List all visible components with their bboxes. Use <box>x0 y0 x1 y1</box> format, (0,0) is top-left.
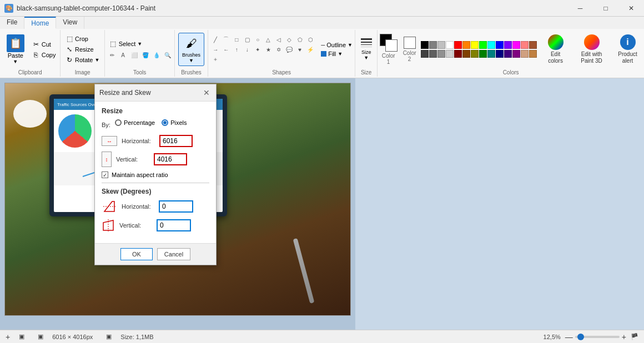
lightning-icon[interactable]: ⚡ <box>305 44 315 54</box>
fill-icon[interactable]: 🪣 <box>140 51 150 60</box>
swatch-3[interactable] <box>446 41 454 49</box>
swatch-14[interactable] <box>421 50 429 58</box>
swatch-17[interactable] <box>446 50 454 58</box>
star5-icon[interactable]: ★ <box>263 44 273 54</box>
swatch-9[interactable] <box>496 41 504 49</box>
percentage-radio[interactable]: Percentage <box>115 119 155 126</box>
skew-horizontal-input[interactable] <box>159 201 193 212</box>
star6-icon[interactable]: ✡ <box>274 44 284 54</box>
swatch-5[interactable] <box>462 41 470 49</box>
ok-button[interactable]: OK <box>120 248 153 260</box>
line-icon[interactable]: ╱ <box>210 34 220 44</box>
star4-icon[interactable]: ✦ <box>253 44 263 54</box>
curve-icon[interactable]: ⌒ <box>221 34 231 44</box>
add-icon: + <box>6 332 10 341</box>
canvas-area[interactable]: Traffic Sources Overview <box>0 78 355 330</box>
dialog-overlay: Resize and Skew ✕ Resize By: Percentage <box>0 78 355 330</box>
product-alert-button[interactable]: i Product alert <box>611 32 644 67</box>
rect-icon[interactable]: □ <box>232 34 242 44</box>
skew-horizontal-label: Horizontal: <box>122 203 155 210</box>
swatch-0[interactable] <box>421 41 429 49</box>
swatch-7[interactable] <box>479 41 487 49</box>
vertical-icon-container: ↕ <box>102 152 112 167</box>
eraser-icon[interactable]: ⬜ <box>129 51 139 60</box>
copy-button[interactable]: ⎘ Copy <box>30 50 58 60</box>
horizontal-resize-input[interactable] <box>159 135 193 147</box>
pixels-radio[interactable]: Pixels <box>162 119 187 126</box>
cut-button[interactable]: ✂ Cut <box>30 39 58 49</box>
edit-colors-button[interactable]: Edit colors <box>539 32 572 67</box>
size-button[interactable]: Size ▼ <box>359 36 374 63</box>
swatch-12[interactable] <box>521 41 529 49</box>
darrow-icon[interactable]: ↓ <box>242 44 252 54</box>
resize-button[interactable]: ⤡ Resize <box>63 44 102 54</box>
zoom-minus-button[interactable]: — <box>565 332 573 341</box>
dropper-icon[interactable]: 💧 <box>152 51 162 60</box>
swatch-8[interactable] <box>487 41 495 49</box>
swatch-1[interactable] <box>429 41 437 49</box>
triangle-icon[interactable]: △ <box>263 34 273 44</box>
callout-icon[interactable]: 💬 <box>284 44 294 54</box>
tab-home[interactable]: Home <box>24 17 56 29</box>
diamond-icon[interactable]: ◇ <box>284 34 294 44</box>
maintain-aspect-checkbox[interactable] <box>102 172 108 178</box>
outline-button[interactable]: ─ Outline ▼ <box>319 41 355 49</box>
fill-button[interactable]: Fill ▼ <box>319 50 355 58</box>
roundrect-icon[interactable]: ▢ <box>242 34 252 44</box>
swatch-27[interactable] <box>529 50 537 58</box>
pentagon-icon[interactable]: ⬠ <box>295 34 305 44</box>
tab-view[interactable]: View <box>56 17 84 29</box>
oval-icon[interactable]: ○ <box>253 34 263 44</box>
swatch-21[interactable] <box>479 50 487 58</box>
shapes-grid: ╱ ⌒ □ ▢ ○ △ ◁ ◇ ⬠ ⬡ → ← ↑ <box>208 33 318 65</box>
magnify-icon[interactable]: 🔍 <box>163 51 173 60</box>
swatch-26[interactable] <box>521 50 529 58</box>
plus-icon[interactable]: ＋ <box>210 54 220 64</box>
swatch-22[interactable] <box>487 50 495 58</box>
zoom-control[interactable]: — + <box>565 332 626 341</box>
swatch-4[interactable] <box>454 41 462 49</box>
skew-vertical-input[interactable] <box>157 220 190 231</box>
zoom-plus-button[interactable]: + <box>622 332 626 341</box>
maximize-button[interactable]: □ <box>593 0 618 17</box>
edit-paint3d-button[interactable]: Edit with Paint 3D <box>573 32 610 67</box>
hexagon-icon[interactable]: ⬡ <box>305 34 315 44</box>
swatch-15[interactable] <box>429 50 437 58</box>
swatch-10[interactable] <box>504 41 512 49</box>
rarrow-icon[interactable]: → <box>210 44 220 54</box>
swatch-23[interactable] <box>496 50 504 58</box>
color1-area[interactable]: Color 1 <box>378 32 400 67</box>
select-button[interactable]: ⬚ Select ▼ <box>107 39 173 49</box>
color2-area[interactable]: Color 2 <box>401 34 419 64</box>
minimize-button[interactable]: ─ <box>567 0 593 17</box>
cancel-button[interactable]: Cancel <box>157 248 190 260</box>
copy-icon: ⎘ <box>32 51 40 59</box>
swatch-11[interactable] <box>512 41 520 49</box>
rotate-button[interactable]: ↻ Rotate ▼ <box>63 55 102 65</box>
tab-file[interactable]: File <box>0 17 24 29</box>
swatch-2[interactable] <box>437 41 445 49</box>
swatch-6[interactable] <box>471 41 479 49</box>
pencil-icon[interactable]: ✏ <box>107 51 117 60</box>
heart-icon[interactable]: ♥ <box>295 44 305 54</box>
dialog-close-button[interactable]: ✕ <box>202 88 212 98</box>
larrow-icon[interactable]: ← <box>221 44 231 54</box>
uarrow-icon[interactable]: ↑ <box>232 44 242 54</box>
swatch-20[interactable] <box>471 50 479 58</box>
text-icon[interactable]: A <box>118 51 128 60</box>
swatch-18[interactable] <box>454 50 462 58</box>
vertical-resize-input[interactable] <box>154 153 187 165</box>
swatch-24[interactable] <box>504 50 512 58</box>
swatch-19[interactable] <box>462 50 470 58</box>
brushes-button[interactable]: 🖌 Brushes ▼ <box>178 33 204 66</box>
zoom-track[interactable] <box>575 336 620 338</box>
crop-button[interactable]: ⬚ Crop <box>63 34 102 44</box>
swatch-16[interactable] <box>437 50 445 58</box>
rtriangle-icon[interactable]: ◁ <box>274 34 284 44</box>
paste-button[interactable]: 📋 Paste ▼ <box>2 32 29 67</box>
swatch-13[interactable] <box>529 41 537 49</box>
cut-label: Cut <box>42 41 51 48</box>
canvas-size-icon: ▣ <box>38 333 43 340</box>
swatch-25[interactable] <box>512 50 520 58</box>
close-button[interactable]: ✕ <box>618 0 644 17</box>
